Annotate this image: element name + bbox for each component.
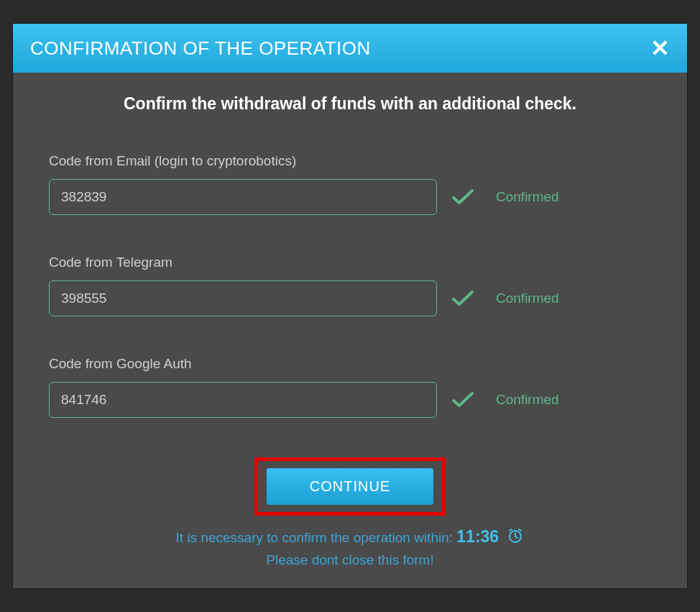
telegram-status-text: Confirmed [496, 291, 559, 306]
check-icon [451, 391, 474, 408]
google-auth-code-row: Confirmed [49, 382, 651, 418]
email-code-input[interactable] [49, 179, 437, 215]
check-icon [451, 290, 474, 307]
email-code-group: Code from Email (login to cryptorobotics… [49, 153, 651, 215]
modal-header: CONFIRMATION OF THE OPERATION ✕ [13, 24, 687, 73]
continue-button[interactable]: CONTINUE [267, 468, 433, 505]
clock-icon [507, 527, 524, 551]
svg-line-2 [515, 536, 517, 538]
countdown-timer: 11:36 [456, 527, 499, 546]
google-auth-code-group: Code from Google Auth Confirmed [49, 356, 651, 418]
modal-subtitle: Confirm the withdrawal of funds with an … [49, 94, 651, 114]
confirmation-modal: CONFIRMATION OF THE OPERATION ✕ Confirm … [12, 23, 688, 589]
check-icon [451, 188, 474, 206]
footer-line-2: Please dont close this form! [49, 550, 651, 571]
google-auth-status-text: Confirmed [496, 392, 559, 408]
modal-body: Confirm the withdrawal of funds with an … [13, 73, 687, 588]
svg-line-3 [510, 529, 512, 531]
telegram-code-input[interactable] [49, 280, 437, 316]
button-container: CONTINUE [49, 457, 651, 516]
google-auth-code-label: Code from Google Auth [49, 356, 651, 372]
footer-prefix: It is necessary to confirm the operation… [176, 530, 457, 545]
close-button[interactable]: ✕ [650, 37, 670, 60]
close-icon: ✕ [650, 35, 670, 61]
telegram-code-group: Code from Telegram Confirmed [49, 255, 651, 316]
email-code-label: Code from Email (login to cryptorobotics… [49, 153, 651, 169]
telegram-code-row: Confirmed [49, 280, 651, 316]
email-code-row: Confirmed [49, 179, 651, 215]
highlight-box: CONTINUE [254, 457, 446, 516]
telegram-code-label: Code from Telegram [49, 255, 651, 270]
email-status-text: Confirmed [496, 189, 559, 205]
footer-text: It is necessary to confirm the operation… [49, 524, 651, 571]
modal-title: CONFIRMATION OF THE OPERATION [30, 37, 371, 60]
google-auth-code-input[interactable] [49, 382, 437, 418]
footer-line-1: It is necessary to confirm the operation… [49, 524, 651, 550]
svg-line-4 [519, 529, 521, 531]
